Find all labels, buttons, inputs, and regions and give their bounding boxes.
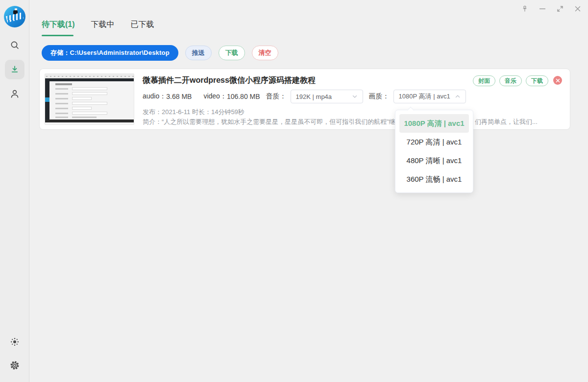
audio-label: audio：: [143, 92, 166, 101]
music-button[interactable]: 音乐: [499, 75, 522, 86]
audio-size: 3.68 MB: [166, 93, 192, 100]
main-content: 待下载(1) 下载中 已下载 存储：C:\Users\Administrator…: [30, 0, 588, 382]
thumb-browser-bar: [45, 74, 134, 78]
storage-path-button[interactable]: 存储：C:\Users\Administrator\Desktop: [42, 45, 178, 61]
tab-downloading[interactable]: 下载中: [91, 20, 115, 36]
video-title: 微慕插件二开wordpress微信小程序源码搭建教程: [143, 75, 316, 86]
toolbar: 存储：C:\Users\Administrator\Desktop 推送 下载 …: [42, 45, 570, 61]
minimize-icon: [539, 5, 546, 12]
remove-item-button[interactable]: [553, 76, 562, 85]
video-label: video：: [203, 92, 226, 101]
video-quality-value: 1080P 高清 | avc1: [399, 92, 450, 101]
video-thumbnail: [45, 73, 134, 125]
sidebar-item-search[interactable]: [5, 35, 24, 55]
sidebar-bottom-group: [5, 332, 24, 375]
tab-bar: 待下载(1) 下载中 已下载: [42, 20, 570, 36]
settings-button[interactable]: [5, 356, 24, 375]
media-meta-row: audio： 3.68 MB video： 106.80 MB 音质： 192K…: [143, 90, 466, 103]
thumb-form-area: [49, 81, 134, 119]
quality-option-480p[interactable]: 480P 清晰 | avc1: [399, 151, 469, 170]
item-download-button[interactable]: 下载: [526, 75, 548, 86]
maximize-button[interactable]: [554, 3, 565, 14]
tab-downloaded[interactable]: 已下载: [131, 20, 154, 36]
quality-option-360p[interactable]: 360P 流畅 | avc1: [399, 170, 469, 189]
audio-quality-select[interactable]: 192K | mp4a: [291, 90, 363, 103]
clear-button[interactable]: 清空: [252, 46, 278, 60]
pin-icon: [521, 5, 528, 12]
sidebar-item-account[interactable]: [5, 84, 24, 104]
brightness-icon: [10, 337, 20, 347]
search-icon: [10, 40, 20, 50]
window-controls: [519, 3, 583, 14]
item-action-buttons: 封面 音乐 下载: [473, 75, 548, 86]
thumb-body: [45, 81, 134, 119]
cover-button[interactable]: 封面: [473, 75, 495, 86]
user-icon: [9, 89, 20, 99]
intro-text-start: 简介：“人之所以需要理想，犹如水手之需要星星，星星虽不可即，但可指引我们的航程”…: [143, 118, 415, 125]
minimize-button[interactable]: [537, 3, 548, 14]
sidebar: [0, 0, 29, 382]
theme-toggle[interactable]: [5, 332, 24, 352]
intro-text-end: 们再简单点，让我们...: [475, 118, 538, 126]
video-quality-select[interactable]: 1080P 高清 | avc1: [393, 90, 466, 103]
sidebar-item-downloads[interactable]: [5, 60, 24, 79]
thumb-footer-bar: [45, 119, 134, 122]
gear-icon: [9, 360, 20, 371]
thumb-side-nav: [45, 81, 49, 119]
publish-info: 发布：2021-6-11 时长：14分钟59秒: [143, 108, 245, 117]
chevron-up-icon: [455, 94, 461, 99]
audio-quality-label: 音质：: [266, 92, 287, 101]
intro-text: 简介：“人之所以需要理想，犹如水手之需要星星，星星虽不可即，但可指引我们的航程”…: [143, 118, 564, 126]
maximize-icon: [557, 5, 564, 12]
tab-pending[interactable]: 待下载(1): [42, 20, 75, 36]
remove-x-icon: [556, 78, 560, 83]
quality-option-720p[interactable]: 720P 高清 | avc1: [399, 133, 469, 151]
chevron-down-icon: [352, 94, 358, 99]
video-size: 106.80 MB: [227, 93, 260, 100]
push-button[interactable]: 推送: [185, 46, 212, 60]
close-icon: [574, 5, 581, 12]
download-all-button[interactable]: 下载: [219, 46, 245, 60]
quality-dropdown-menu: 1080P 高清 | avc1 720P 高清 | avc1 480P 清晰 |…: [395, 110, 473, 193]
video-quality-label: 画质：: [369, 92, 390, 101]
pin-button[interactable]: [519, 3, 530, 14]
app-logo-avatar[interactable]: [4, 6, 25, 27]
download-icon: [10, 65, 20, 74]
download-item-card: 微慕插件二开wordpress微信小程序源码搭建教程 封面 音乐 下载 audi…: [39, 69, 570, 130]
audio-quality-value: 192K | mp4a: [296, 93, 332, 100]
close-window-button[interactable]: [572, 3, 583, 14]
quality-option-1080p[interactable]: 1080P 高清 | avc1: [399, 114, 469, 133]
